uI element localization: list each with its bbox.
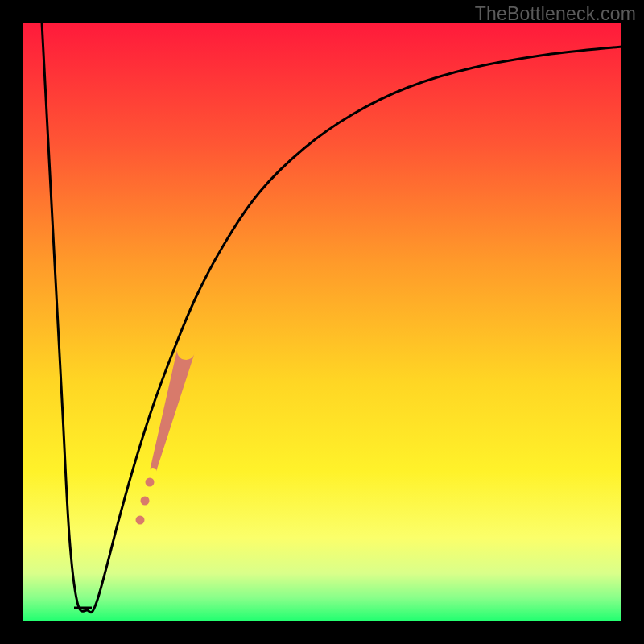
- curve-layer: [23, 23, 621, 621]
- highlight-dot: [146, 478, 155, 487]
- bottleneck-curve: [42, 23, 621, 613]
- chart-frame: TheBottleneck.com: [0, 0, 644, 644]
- highlight-dot: [136, 516, 145, 525]
- highlight-dot: [141, 497, 150, 506]
- highlight-band: [150, 349, 194, 472]
- plot-area: [23, 23, 621, 621]
- watermark-text: TheBottleneck.com: [475, 3, 636, 25]
